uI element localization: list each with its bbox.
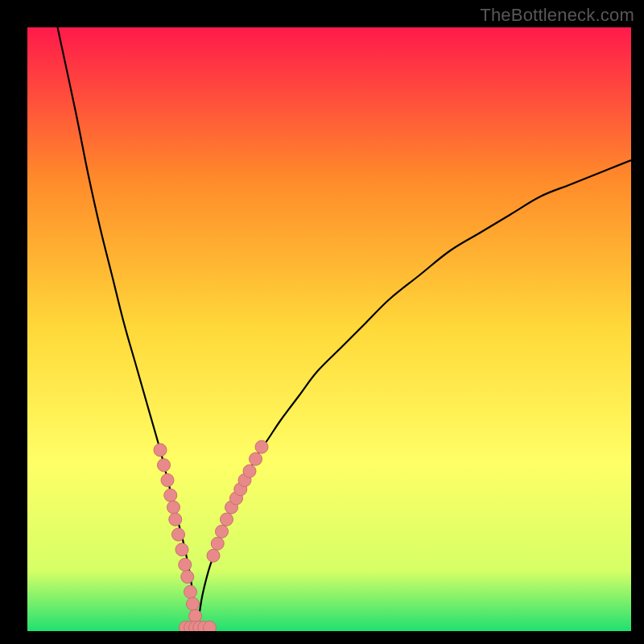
data-marker: [204, 621, 217, 632]
data-marker: [187, 597, 200, 610]
gradient-background: [27, 27, 631, 631]
data-marker: [243, 464, 256, 477]
data-marker: [181, 571, 194, 584]
data-marker: [172, 528, 185, 541]
plot-area: [27, 27, 631, 631]
data-marker: [211, 537, 224, 550]
watermark-text: TheBottleneck.com: [480, 5, 634, 26]
outer-frame: TheBottleneck.com: [0, 0, 644, 644]
data-marker: [158, 459, 171, 472]
data-marker: [161, 474, 174, 487]
data-marker: [179, 559, 192, 572]
data-marker: [189, 609, 202, 622]
data-marker: [154, 444, 167, 456]
data-marker: [175, 543, 188, 556]
data-marker: [255, 440, 268, 453]
data-marker: [216, 525, 229, 538]
data-marker: [207, 549, 220, 562]
data-marker: [169, 513, 182, 526]
data-marker: [164, 489, 177, 502]
data-marker: [184, 585, 197, 598]
data-marker: [221, 513, 233, 526]
chart-svg: [27, 27, 631, 631]
data-marker: [250, 452, 262, 465]
data-marker: [167, 501, 180, 514]
